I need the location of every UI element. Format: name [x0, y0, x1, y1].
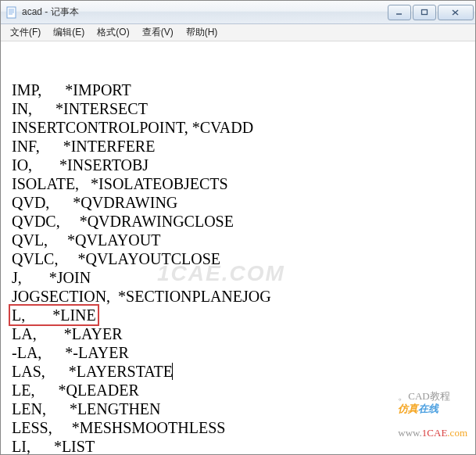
text-line: IN, *INTERSECT [12, 99, 472, 118]
text-line: INSERTCONTROLPOINT, *CVADD [12, 118, 472, 137]
text-line: LA, *LAYER [12, 324, 472, 343]
text-line: L, *LINE [12, 306, 472, 324]
menu-edit[interactable]: 编辑(E) [47, 24, 91, 41]
close-button[interactable] [438, 5, 474, 20]
titlebar: acad - 记事本 [1, 1, 475, 24]
text-line: LESS, *MESHSMOOTHLESS [12, 418, 472, 437]
highlighted-line: L, *LINE [9, 304, 99, 326]
text-line: QVDC, *QVDRAWINGCLOSE [12, 212, 472, 231]
text-line: LE, *QLEADER [12, 381, 472, 399]
menubar: 文件(F) 编辑(E) 格式(O) 查看(V) 帮助(H) [1, 24, 475, 41]
text-editor-area[interactable]: IMP, *IMPORTIN, *INTERSECTINSERTCONTROLP… [1, 41, 475, 455]
window-title: acad - 记事本 [22, 5, 386, 19]
window-controls [386, 5, 474, 20]
text-line: IMP, *IMPORT [12, 81, 472, 99]
text-line: ISOLATE, *ISOLATEOBJECTS [12, 174, 472, 193]
text-line: JOGSECTION, *SECTIONPLANEJOG [12, 287, 472, 306]
text-line: QVD, *QVDRAWING [12, 193, 472, 212]
text-line: QVLC, *QVLAYOUTCLOSE [12, 249, 472, 268]
notepad-icon [5, 6, 18, 19]
text-line: LI, *LIST [12, 437, 472, 455]
text-line: INF, *INTERFERE [12, 137, 472, 156]
text-line: J, *JOIN [12, 268, 472, 287]
text-line: LEN, *LENGTHEN [12, 399, 472, 418]
text-line: LAS, *LAYERSTATE [12, 362, 472, 381]
text-line: QVL, *QVLAYOUT [12, 231, 472, 249]
menu-view[interactable]: 查看(V) [136, 24, 180, 41]
svg-rect-6 [422, 9, 428, 14]
text-cursor [172, 363, 173, 380]
menu-file[interactable]: 文件(F) [4, 24, 47, 41]
text-line: -LA, *-LAYER [12, 343, 472, 362]
text-line: IO, *INSERTOBJ [12, 156, 472, 174]
maximize-button[interactable] [413, 5, 436, 20]
menu-format[interactable]: 格式(O) [91, 24, 135, 41]
menu-help[interactable]: 帮助(H) [180, 24, 224, 41]
minimize-button[interactable] [388, 5, 411, 20]
